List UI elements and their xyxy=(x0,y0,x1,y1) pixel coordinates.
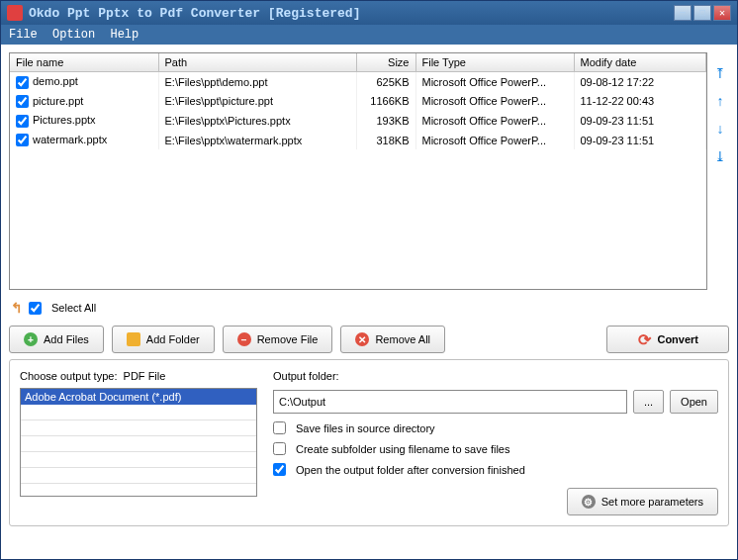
file-name: demo.ppt xyxy=(33,75,78,87)
open-after-row: Open the output folder after conversion … xyxy=(273,463,718,476)
remove-all-button[interactable]: ✕ Remove All xyxy=(340,326,445,353)
file-type: Microsoft Office PowerP... xyxy=(415,92,574,112)
file-date: 09-08-12 17:22 xyxy=(574,72,706,92)
menu-option[interactable]: Option xyxy=(52,28,95,42)
open-after-label: Open the output folder after conversion … xyxy=(296,464,525,476)
close-button[interactable]: ✕ xyxy=(713,5,731,21)
save-source-label: Save files in source directory xyxy=(296,422,435,434)
file-name: watermark.pptx xyxy=(33,134,107,145)
file-path: E:\Files\ppt\picture.ppt xyxy=(158,92,356,112)
convert-button[interactable]: ⟳ Convert xyxy=(606,326,729,353)
row-checkbox[interactable] xyxy=(16,134,29,146)
titlebar: Okdo Ppt Pptx to Pdf Converter [Register… xyxy=(1,1,737,25)
menu-help[interactable]: Help xyxy=(110,28,138,42)
file-path: E:\Files\ppt\demo.ppt xyxy=(158,72,356,92)
file-name: Pictures.pptx xyxy=(33,114,96,126)
create-subfolder-row: Create subfolder using filename to save … xyxy=(273,442,718,455)
add-files-label: Add Files xyxy=(44,333,89,345)
file-date: 09-09-23 11:51 xyxy=(574,111,706,131)
file-type: Microsoft Office PowerP... xyxy=(415,72,574,92)
file-size: 625KB xyxy=(356,72,415,92)
save-source-row: Save files in source directory xyxy=(273,421,718,434)
output-folder-label: Output folder: xyxy=(273,370,718,382)
file-date: 11-12-22 00:43 xyxy=(574,92,706,112)
app-window: Okdo Ppt Pptx to Pdf Converter [Register… xyxy=(0,0,738,560)
move-bottom-button[interactable]: ⤓ xyxy=(711,147,729,165)
row-checkbox[interactable] xyxy=(16,115,29,128)
row-checkbox[interactable] xyxy=(16,95,29,108)
open-folder-button[interactable]: Open xyxy=(670,390,718,414)
convert-label: Convert xyxy=(657,333,698,345)
col-filename[interactable]: File name xyxy=(10,53,158,72)
output-folder-input[interactable] xyxy=(273,390,627,414)
app-icon xyxy=(7,5,23,21)
file-type: Microsoft Office PowerP... xyxy=(415,131,574,150)
remove-icon: − xyxy=(237,332,251,346)
col-filetype[interactable]: File Type xyxy=(415,53,574,72)
open-after-checkbox[interactable] xyxy=(273,463,286,476)
remove-file-button[interactable]: − Remove File xyxy=(223,326,333,353)
create-subfolder-checkbox[interactable] xyxy=(273,442,286,455)
more-params-button[interactable]: ⚙ Set more parameters xyxy=(567,488,718,515)
maximize-button[interactable]: □ xyxy=(693,5,711,21)
table-row[interactable]: watermark.pptxE:\Files\pptx\watermark.pp… xyxy=(10,131,706,150)
add-icon: + xyxy=(24,332,38,346)
add-folder-button[interactable]: Add Folder xyxy=(112,326,215,353)
up-folder-icon[interactable]: ↰ xyxy=(11,300,23,316)
browse-button[interactable]: ... xyxy=(633,390,664,414)
file-path: E:\Files\pptx\watermark.pptx xyxy=(158,131,356,150)
file-size: 318KB xyxy=(356,131,415,150)
col-size[interactable]: Size xyxy=(356,53,415,72)
file-table: File name Path Size File Type Modify dat… xyxy=(10,53,706,149)
move-top-button[interactable]: ⤒ xyxy=(711,64,729,82)
action-buttons: + Add Files Add Folder − Remove File ✕ R… xyxy=(9,326,729,353)
minimize-button[interactable]: ─ xyxy=(674,5,692,21)
row-checkbox[interactable] xyxy=(16,76,29,89)
file-size: 193KB xyxy=(356,111,415,131)
create-subfolder-label: Create subfolder using filename to save … xyxy=(296,443,509,455)
remove-all-label: Remove All xyxy=(375,333,430,345)
table-row[interactable]: demo.pptE:\Files\ppt\demo.ppt625KBMicros… xyxy=(10,72,706,92)
output-type-section: Choose output type: PDF File Adobe Acrob… xyxy=(20,370,257,515)
table-row[interactable]: Pictures.pptxE:\Files\pptx\Pictures.pptx… xyxy=(10,111,706,131)
col-path[interactable]: Path xyxy=(158,53,356,72)
file-size: 1166KB xyxy=(356,92,415,112)
move-up-button[interactable]: ↑ xyxy=(711,92,729,110)
file-list-area: File name Path Size File Type Modify dat… xyxy=(9,52,729,290)
select-all-label: Select All xyxy=(51,302,96,314)
add-folder-label: Add Folder xyxy=(146,333,200,345)
output-type-value: PDF File xyxy=(124,370,166,382)
output-folder-section: Output folder: ... Open Save files in so… xyxy=(273,370,718,515)
convert-icon: ⟳ xyxy=(637,332,651,346)
folder-icon xyxy=(127,332,140,346)
move-down-button[interactable]: ↓ xyxy=(711,120,729,138)
output-panel: Choose output type: PDF File Adobe Acrob… xyxy=(9,359,729,526)
file-name: picture.ppt xyxy=(33,95,83,107)
file-table-wrap: File name Path Size File Type Modify dat… xyxy=(9,52,707,290)
output-folder-row: ... Open xyxy=(273,390,718,414)
remove-file-label: Remove File xyxy=(257,333,319,345)
save-source-checkbox[interactable] xyxy=(273,421,286,434)
remove-all-icon: ✕ xyxy=(355,332,369,346)
output-type-label: Choose output type: PDF File xyxy=(20,370,257,382)
file-type: Microsoft Office PowerP... xyxy=(415,111,574,131)
menu-file[interactable]: File xyxy=(9,28,38,42)
content-area: File name Path Size File Type Modify dat… xyxy=(1,45,737,559)
window-title: Okdo Ppt Pptx to Pdf Converter [Register… xyxy=(29,6,674,21)
output-type-item[interactable]: Adobe Acrobat Document (*.pdf) xyxy=(21,389,256,405)
file-path: E:\Files\pptx\Pictures.pptx xyxy=(158,111,356,131)
reorder-controls: ⤒ ↑ ↓ ⤓ xyxy=(711,52,729,290)
add-files-button[interactable]: + Add Files xyxy=(9,326,104,353)
col-modify[interactable]: Modify date xyxy=(574,53,706,72)
gear-icon: ⚙ xyxy=(582,495,596,509)
file-date: 09-09-23 11:51 xyxy=(574,131,706,150)
menubar: File Option Help xyxy=(1,25,737,45)
output-type-list[interactable]: Adobe Acrobat Document (*.pdf) xyxy=(20,388,257,497)
select-all-row: ↰ Select All xyxy=(9,296,729,320)
window-controls: ─ □ ✕ xyxy=(674,5,731,21)
more-params-label: Set more parameters xyxy=(601,496,703,508)
table-row[interactable]: picture.pptE:\Files\ppt\picture.ppt1166K… xyxy=(10,92,706,112)
select-all-checkbox[interactable] xyxy=(29,302,42,315)
